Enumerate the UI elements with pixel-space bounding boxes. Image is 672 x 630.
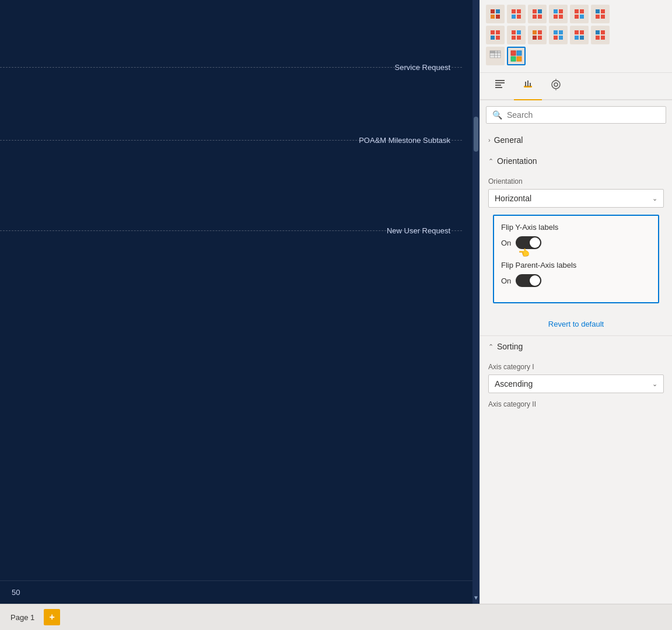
chart-label-new-user: New User Request (387, 226, 450, 235)
viz-icon-2[interactable] (507, 5, 526, 23)
search-input[interactable] (507, 110, 660, 120)
svg-rect-62 (495, 82, 505, 83)
orientation-field-label: Orientation (488, 177, 664, 186)
chart-label-poam: POA&M Milestone Subtask (359, 136, 450, 145)
svg-rect-4 (512, 9, 516, 13)
viz-type-grid (480, 0, 672, 73)
svg-rect-29 (517, 30, 521, 34)
viz-icon-table[interactable] (486, 47, 505, 65)
sorting-section-content: Axis category I Ascending ⌄ Axis categor… (480, 357, 672, 418)
general-section-header[interactable]: › General (480, 130, 672, 150)
orientation-section-header[interactable]: ⌃ Orientation (480, 150, 672, 172)
scrollbar-thumb[interactable] (474, 117, 478, 152)
chart-area: Service Request POA&M Milestone Subtask … (0, 0, 480, 604)
svg-rect-13 (559, 9, 563, 13)
svg-rect-35 (538, 36, 542, 40)
svg-rect-67 (527, 80, 528, 86)
scroll-down-arrow[interactable]: ▼ (473, 594, 479, 601)
svg-rect-11 (538, 15, 542, 19)
tab-analytics[interactable] (542, 73, 570, 99)
orientation-chevron: ⌃ (488, 158, 494, 165)
svg-rect-25 (496, 30, 500, 34)
svg-rect-31 (517, 36, 521, 40)
sorting-section-header[interactable]: ⌃ Sorting (480, 336, 672, 357)
viz-icon-12[interactable] (591, 26, 610, 44)
fields-icon (494, 79, 506, 93)
viz-icon-6[interactable] (591, 5, 610, 23)
chart-scrollbar[interactable]: ▼ (473, 0, 480, 604)
svg-rect-5 (517, 9, 521, 13)
format-icon (522, 79, 534, 93)
svg-rect-15 (559, 15, 563, 19)
svg-rect-42 (575, 36, 579, 40)
tab-format[interactable] (514, 73, 542, 99)
orientation-section-content: Orientation Horizontal ⌄ Flip Y-Axis lab… (480, 172, 672, 313)
viz-icon-7[interactable] (486, 26, 505, 44)
flip-y-axis-control[interactable]: On 👈 (501, 236, 651, 249)
viz-icon-9[interactable] (528, 26, 547, 44)
viz-icon-1[interactable] (486, 5, 505, 23)
orientation-dropdown[interactable]: Horizontal ⌄ (488, 189, 664, 208)
viz-icon-3[interactable] (528, 5, 547, 23)
revert-to-default-button[interactable]: Revert to default (480, 313, 672, 335)
search-box[interactable]: 🔍 (486, 106, 666, 124)
svg-rect-23 (601, 15, 605, 19)
svg-rect-56 (498, 55, 501, 58)
svg-rect-19 (580, 15, 584, 19)
flip-y-axis-toggle[interactable]: 👈 (516, 236, 541, 249)
right-panel: 🔍 › General ⌃ Orientation Orientation Ho… (480, 0, 672, 604)
svg-rect-40 (575, 30, 579, 34)
axis-category-1-value: Ascending (495, 379, 533, 388)
svg-rect-53 (498, 53, 501, 55)
general-label: General (494, 135, 523, 145)
flip-y-axis-label: Flip Y-Axis labels (501, 223, 651, 232)
axis-category-1-dropdown[interactable]: Ascending ⌄ (488, 374, 664, 393)
svg-point-69 (552, 80, 560, 89)
flip-parent-axis-control[interactable]: On (501, 274, 651, 287)
flip-y-axis-thumb (530, 237, 540, 248)
svg-rect-64 (495, 87, 502, 88)
viz-icon-10[interactable] (549, 26, 568, 44)
svg-rect-41 (580, 30, 584, 34)
svg-rect-2 (491, 15, 495, 19)
svg-rect-1 (496, 9, 500, 13)
flip-y-axis-on-text: On (501, 239, 511, 247)
svg-rect-61 (495, 80, 505, 81)
viz-icon-11[interactable] (570, 26, 589, 44)
page-bar: Page 1 + (0, 604, 672, 630)
svg-rect-33 (538, 30, 542, 34)
search-icon: 🔍 (492, 110, 502, 120)
sorting-chevron: ⌃ (488, 343, 494, 351)
viz-icon-5[interactable] (570, 5, 589, 23)
orientation-dropdown-chevron: ⌄ (652, 195, 657, 202)
svg-rect-54 (490, 55, 495, 58)
viz-icon-selected[interactable] (507, 47, 526, 65)
svg-rect-68 (530, 83, 531, 86)
svg-rect-36 (554, 30, 558, 34)
flip-parent-axis-thumb (530, 275, 540, 286)
viz-icon-4[interactable] (549, 5, 568, 23)
viz-icon-8[interactable] (507, 26, 526, 44)
flip-parent-axis-on-text: On (501, 276, 511, 285)
svg-rect-39 (559, 36, 563, 40)
tab-fields[interactable] (486, 73, 514, 99)
page-1-tab[interactable]: Page 1 (6, 611, 39, 624)
svg-rect-12 (554, 9, 558, 13)
add-page-button[interactable]: + (44, 609, 60, 625)
svg-rect-60 (517, 57, 522, 61)
svg-rect-18 (575, 15, 579, 19)
x-axis-value: 50 (12, 588, 20, 597)
svg-rect-7 (517, 15, 521, 19)
svg-rect-17 (580, 9, 584, 13)
svg-rect-24 (491, 30, 495, 34)
svg-rect-30 (512, 36, 516, 40)
general-chevron: › (488, 136, 491, 144)
svg-rect-16 (575, 9, 579, 13)
svg-rect-27 (496, 36, 500, 40)
flip-parent-axis-toggle[interactable] (516, 274, 541, 287)
svg-rect-52 (495, 53, 498, 55)
svg-rect-58 (517, 51, 522, 55)
svg-rect-50 (498, 51, 501, 53)
svg-rect-63 (495, 85, 501, 86)
svg-rect-22 (596, 15, 600, 19)
